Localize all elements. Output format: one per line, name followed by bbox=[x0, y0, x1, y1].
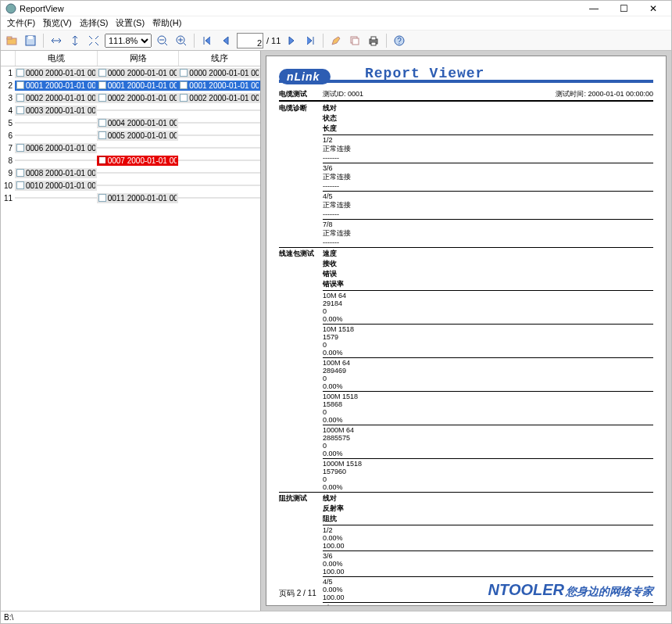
grid-cell[interactable] bbox=[97, 185, 179, 186]
toolbar: 111.8% / 11 ? bbox=[1, 30, 671, 51]
file-icon bbox=[98, 131, 106, 139]
menu-settings[interactable]: 设置(S) bbox=[113, 16, 148, 30]
table-row[interactable]: 110011 2000-01-01 00:00:00 bbox=[1, 192, 260, 204]
fit-height-icon[interactable] bbox=[67, 33, 83, 48]
grid-cell[interactable]: 0000 2000-01-01 00:00:00 bbox=[15, 68, 97, 78]
grid-cell[interactable]: 0002 2000-01-01 00:00:00 bbox=[15, 93, 97, 103]
page-input[interactable] bbox=[237, 33, 263, 48]
table-row[interactable]: 30002 2000-01-01 00:00:000002 2000-01-01… bbox=[1, 91, 260, 104]
grid-cell[interactable]: 0000 2000-01-01 00:00:00 bbox=[97, 68, 179, 78]
brand-pill: nLink bbox=[279, 69, 331, 84]
table-row[interactable]: 50004 2000-01-01 00:00:00 bbox=[1, 117, 260, 129]
grid-cell[interactable] bbox=[15, 122, 97, 124]
table-row[interactable]: 40003 2000-01-01 00:00:00 bbox=[1, 104, 260, 117]
grid-cell[interactable]: 0005 2000-01-01 00:00:00 bbox=[97, 131, 179, 141]
grid-cell[interactable]: 0007 2000-01-01 00:00:00 bbox=[97, 156, 179, 166]
svg-rect-2 bbox=[7, 37, 12, 39]
fit-width-icon[interactable] bbox=[48, 33, 64, 48]
menu-help[interactable]: 帮助(H) bbox=[149, 16, 184, 30]
zoom-in-icon[interactable] bbox=[173, 33, 189, 48]
report-page: nLink Report Viewer 电缆测试 测试ID: 0001 测试时间… bbox=[266, 56, 667, 606]
brand-title: Report Viewer bbox=[365, 66, 484, 81]
page-total: / 11 bbox=[266, 36, 281, 45]
open-icon[interactable] bbox=[4, 33, 20, 48]
grid-cell[interactable]: 0001 2000-01-01 00:00:00 bbox=[97, 81, 179, 91]
print-icon[interactable] bbox=[366, 33, 381, 48]
help-icon[interactable]: ? bbox=[391, 33, 407, 48]
grid-cell[interactable]: 0004 2000-01-01 00:00:00 bbox=[97, 118, 179, 128]
edit-icon[interactable] bbox=[328, 33, 344, 48]
grid-cell[interactable] bbox=[97, 109, 179, 111]
grid-cell[interactable]: 0001 2000-01-01 00:00:00 bbox=[15, 81, 97, 91]
grid-cell[interactable]: 0001 2000-01-01 00:00:00 bbox=[178, 81, 260, 91]
record-grid: 电缆 网络 线序 10000 2000-01-01 00:00:000000 2… bbox=[1, 51, 261, 611]
grid-cell[interactable]: 0008 2000-01-01 00:00:00 bbox=[15, 168, 97, 178]
file-icon bbox=[16, 181, 24, 189]
grid-cell[interactable] bbox=[97, 147, 179, 149]
status-path: B:\ bbox=[4, 613, 13, 622]
table-row[interactable]: 70006 2000-01-01 00:00:00 bbox=[1, 142, 260, 154]
table-row[interactable]: 80007 2000-01-01 00:00:00 bbox=[1, 154, 260, 167]
file-icon bbox=[180, 94, 188, 102]
menu-select[interactable]: 选择(S) bbox=[77, 16, 112, 30]
grid-cell[interactable] bbox=[97, 172, 179, 174]
file-icon bbox=[16, 106, 24, 114]
preview-pane: nLink Report Viewer 电缆测试 测试ID: 0001 测试时间… bbox=[261, 51, 671, 611]
maximize-button[interactable]: ☐ bbox=[610, 2, 637, 16]
titlebar: ReportView — ☐ ✕ bbox=[1, 1, 671, 16]
save-icon[interactable] bbox=[23, 33, 38, 48]
grid-cell[interactable] bbox=[178, 197, 260, 199]
next-page-icon[interactable] bbox=[284, 33, 299, 48]
svg-rect-11 bbox=[371, 42, 376, 45]
grid-cell[interactable]: 0011 2000-01-01 00:00:00 bbox=[97, 193, 179, 203]
grid-cell[interactable] bbox=[178, 160, 260, 161]
grid-cell[interactable]: 0002 2000-01-01 00:00:00 bbox=[178, 93, 260, 103]
grid-cell[interactable]: 0010 2000-01-01 00:00:00 bbox=[15, 181, 97, 191]
table-row[interactable]: 90008 2000-01-01 00:00:00 bbox=[1, 167, 260, 179]
last-page-icon[interactable] bbox=[302, 33, 318, 48]
svg-rect-4 bbox=[28, 36, 33, 39]
first-page-icon[interactable] bbox=[199, 33, 215, 48]
table-row[interactable]: 60005 2000-01-01 00:00:00 bbox=[1, 129, 260, 142]
minimize-button[interactable]: — bbox=[581, 2, 607, 16]
col-network[interactable]: 网络 bbox=[97, 51, 179, 66]
file-icon bbox=[16, 94, 24, 102]
file-icon bbox=[16, 144, 24, 152]
zoom-out-icon[interactable] bbox=[155, 33, 170, 48]
menu-file[interactable]: 文件(F) bbox=[4, 16, 38, 30]
file-icon bbox=[180, 69, 188, 77]
table-row[interactable]: 10000 2000-01-01 00:00:000000 2000-01-01… bbox=[1, 66, 260, 79]
grid-cell[interactable] bbox=[178, 134, 260, 136]
grid-cell[interactable]: 0000 2000-01-01 00:00:00 bbox=[178, 68, 260, 78]
grid-cell[interactable] bbox=[15, 134, 97, 136]
file-icon bbox=[98, 194, 106, 202]
grid-cell[interactable] bbox=[178, 172, 260, 174]
grid-cell[interactable] bbox=[15, 197, 97, 199]
zoom-select[interactable]: 111.8% bbox=[105, 34, 152, 48]
window-title: ReportView bbox=[20, 4, 581, 13]
grid-cell[interactable] bbox=[178, 122, 260, 124]
file-icon bbox=[98, 94, 106, 102]
fit-page-icon[interactable] bbox=[86, 33, 102, 48]
table-row[interactable]: 20001 2000-01-01 00:00:000001 2000-01-01… bbox=[1, 79, 260, 91]
file-icon bbox=[16, 81, 24, 89]
grid-cell[interactable] bbox=[15, 160, 97, 161]
layers-icon[interactable] bbox=[347, 33, 363, 48]
grid-cell[interactable] bbox=[178, 109, 260, 111]
grid-cell[interactable]: 0006 2000-01-01 00:00:00 bbox=[15, 143, 97, 153]
page-number: 页码 2 / 11 bbox=[279, 588, 316, 599]
table-row[interactable]: 100010 2000-01-01 00:00:00 bbox=[1, 179, 260, 192]
prev-page-icon[interactable] bbox=[218, 33, 234, 48]
file-icon bbox=[180, 81, 188, 89]
col-cable[interactable]: 电缆 bbox=[15, 51, 97, 66]
grid-cell[interactable]: 0003 2000-01-01 00:00:00 bbox=[15, 106, 97, 116]
file-icon bbox=[98, 81, 106, 89]
close-button[interactable]: ✕ bbox=[640, 2, 667, 16]
grid-cell[interactable] bbox=[178, 185, 260, 186]
col-wiremap[interactable]: 线序 bbox=[178, 51, 260, 66]
app-icon bbox=[5, 3, 16, 14]
grid-cell[interactable]: 0002 2000-01-01 00:00:00 bbox=[97, 93, 179, 103]
footer-slogan: 您身边的网络专家 bbox=[566, 585, 653, 599]
menu-preview[interactable]: 预览(V) bbox=[40, 16, 75, 30]
grid-cell[interactable] bbox=[178, 147, 260, 149]
